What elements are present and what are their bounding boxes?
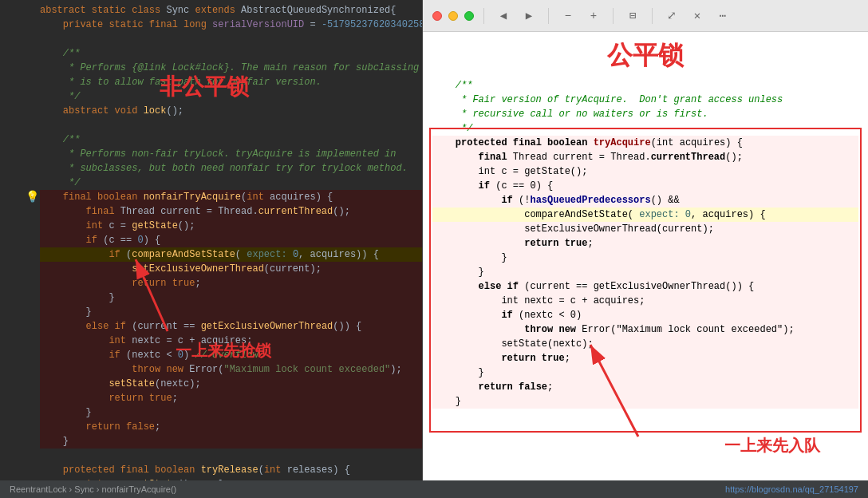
titlebar-divider-4: [652, 8, 653, 24]
line-n11: if (nextc < 0) // overflow: [40, 348, 422, 362]
r-line-comment-2: * Fair version of tryAcquire. Don't gran…: [432, 93, 858, 107]
line-n4: if (compareAndSetState( expect: 0, acqui…: [40, 247, 422, 262]
line-n2: int c = getState();: [40, 219, 422, 233]
btn-fit[interactable]: ⊟: [623, 6, 642, 26]
titlebar-divider-3: [613, 8, 614, 24]
label-fair-title: 公平锁: [423, 38, 868, 73]
btn-forward[interactable]: ▶: [519, 6, 539, 26]
line-2: private static final long serialVersionU…: [40, 18, 422, 32]
r-line-comment-1: /**: [432, 78, 858, 93]
r-line-1: final Thread current = Thread.currentThr…: [432, 150, 858, 164]
r-line-fn: protected final boolean tryAcquire(int a…: [432, 136, 858, 150]
r-line-3: if (c == 0) {: [432, 179, 858, 193]
traffic-red[interactable]: [432, 11, 442, 21]
line-abstract: abstract void lock();: [40, 104, 422, 118]
line-n12: throw new Error("Maximum lock count exce…: [40, 362, 422, 377]
r-line-15: return true;: [432, 351, 858, 366]
r-line-16: }: [432, 366, 858, 380]
traffic-yellow[interactable]: [448, 11, 458, 21]
main-area: abstract static class Sync extends Abstr…: [0, 0, 868, 480]
line-comment-3: * is to allow fast path for nonfair vers…: [40, 75, 422, 89]
r-line-14: setState(nextc);: [432, 337, 858, 351]
label-queue: 一上来先入队: [724, 435, 820, 457]
line-n16: return false;: [40, 420, 422, 434]
titlebar: ◀ ▶ − + ⊟ ⤢ ✕ ⋯: [423, 0, 868, 32]
r-line-7: return true;: [432, 236, 858, 251]
line-nonfair-start: 💡 final boolean nonfairTryAcquire(int ac…: [40, 190, 422, 204]
line-n17: }: [40, 434, 422, 449]
btn-cursor[interactable]: ✕: [688, 6, 707, 26]
r-line-8: }: [432, 251, 858, 265]
line-n13: setState(nextc);: [40, 377, 422, 391]
line-blank-2: [40, 118, 422, 132]
line-comment-1: /**: [40, 46, 422, 61]
status-bar: ReentrantLock › Sync › nonfairTryAcquire…: [0, 480, 868, 498]
r-line-comment-3: * recursive call or no waiters or is fir…: [432, 107, 858, 121]
btn-expand[interactable]: ⤢: [662, 6, 681, 26]
line-blank-3: [40, 449, 422, 463]
line-blank-1: [40, 32, 422, 46]
traffic-green[interactable]: [464, 11, 474, 21]
r-line-17: return false;: [432, 380, 858, 394]
left-panel: abstract static class Sync extends Abstr…: [0, 0, 423, 480]
r-line-comment-4: */: [432, 121, 858, 136]
line-n8: }: [40, 305, 422, 319]
r-line-11: int nextc = c + acquires;: [432, 294, 858, 308]
r-line-4: if (!hasQueuedPredecessors() &&: [432, 193, 858, 208]
r-line-10: else if (current == getExclusiveOwnerThr…: [432, 279, 858, 294]
breadcrumb: ReentrantLock › Sync › nonfairTryAcquire…: [10, 484, 176, 494]
line-n3: if (c == 0) {: [40, 233, 422, 247]
right-panel: ◀ ▶ − + ⊟ ⤢ ✕ ⋯ 公平锁 /** * Fair version o…: [423, 0, 868, 480]
line-comment-5: /**: [40, 132, 422, 147]
line-n5: setExclusiveOwnerThread(current);: [40, 262, 422, 276]
titlebar-divider-2: [548, 8, 549, 24]
right-panel-body: 公平锁 /** * Fair version of tryAcquire. Do…: [423, 32, 868, 480]
line-comment-8: */: [40, 176, 422, 190]
breadcrumb-reentrantlock: ReentrantLock › Sync › nonfairTryAcquire…: [10, 484, 176, 494]
line-n10: int nextc = c + acquires;: [40, 334, 422, 348]
titlebar-divider-1: [483, 8, 484, 24]
r-line-12: if (nextc < 0): [432, 308, 858, 322]
line-comment-6: * Performs non-fair tryLock. tryAcquire …: [40, 147, 422, 161]
line-n9: else if (current == getExclusiveOwnerThr…: [40, 319, 422, 334]
r-line-18: }: [432, 394, 858, 409]
line-n6: return true;: [40, 276, 422, 290]
right-code-area: /** * Fair version of tryAcquire. Don't …: [423, 72, 868, 415]
line-n7: }: [40, 290, 422, 305]
line-1: abstract static class Sync extends Abstr…: [40, 3, 422, 18]
line-n15: }: [40, 405, 422, 420]
line-r1: int c = getState() - releases;: [40, 477, 422, 480]
line-comment-2: * Performs {@link Lock#lock}. The main r…: [40, 61, 422, 75]
r-line-5: compareAndSetState( expect: 0, acquires)…: [432, 208, 858, 222]
line-release: protected final boolean tryRelease(int r…: [40, 463, 422, 477]
r-line-9: }: [432, 265, 858, 279]
btn-more[interactable]: ⋯: [713, 6, 732, 26]
btn-back[interactable]: ◀: [494, 6, 513, 26]
code-area-left: abstract static class Sync extends Abstr…: [0, 0, 422, 480]
line-n14: return true;: [40, 391, 422, 405]
status-url: https://blogrosdn.na/qq_27154197: [725, 484, 858, 494]
line-comment-4: */: [40, 89, 422, 104]
r-line-13: throw new Error("Maximum lock count exce…: [432, 322, 858, 337]
btn-zoom-in[interactable]: +: [584, 6, 603, 26]
line-n1: final Thread current = Thread.currentThr…: [40, 204, 422, 219]
r-line-2: int c = getState();: [432, 164, 858, 179]
r-line-6: setExclusiveOwnerThread(current);: [432, 222, 858, 236]
btn-zoom-out[interactable]: −: [558, 6, 578, 26]
line-comment-7: * subclasses, but both need nonfair try …: [40, 161, 422, 176]
